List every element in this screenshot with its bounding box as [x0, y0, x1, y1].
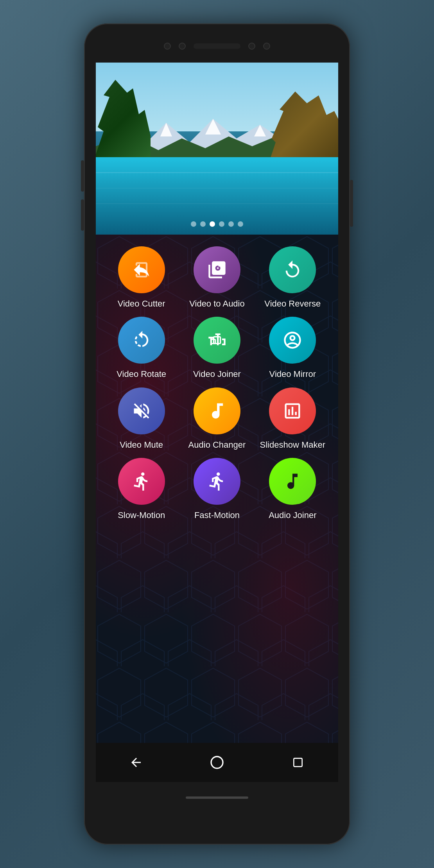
video-reverse-icon [282, 260, 303, 280]
audio-changer-icon [207, 401, 227, 421]
hero-banner[interactable] [96, 63, 338, 235]
video-to-audio-icon [207, 260, 227, 280]
video-rotate-icon-bg [118, 317, 165, 364]
carousel-dot-1[interactable] [200, 221, 206, 227]
navigation-bar [96, 743, 338, 782]
audio-changer-label: Audio Changer [188, 440, 246, 450]
phone-shell: Video Cutter Video to Audio [84, 23, 350, 845]
video-mute-icon-bg [118, 387, 165, 434]
slow-motion-icon [131, 471, 152, 491]
nav-home-icon [209, 755, 225, 770]
video-mute-icon [131, 401, 152, 421]
audio-joiner-icon-bg [269, 458, 316, 505]
audio-changer-icon-bg [194, 387, 240, 434]
audio-joiner-icon [282, 471, 303, 491]
slow-motion-icon-bg [118, 458, 165, 505]
video-cutter-label: Video Cutter [118, 299, 165, 309]
app-video-mute[interactable]: Video Mute [104, 387, 179, 450]
svg-rect-17 [294, 758, 302, 766]
app-audio-joiner[interactable]: Audio Joiner [255, 458, 330, 520]
audio-joiner-label: Audio Joiner [269, 510, 316, 520]
volume-down-button[interactable] [81, 199, 84, 231]
carousel-dot-3[interactable] [219, 221, 224, 227]
app-video-rotate[interactable]: Video Rotate [104, 317, 179, 379]
app-video-cutter[interactable]: Video Cutter [104, 246, 179, 309]
app-slow-motion[interactable]: Slow-Motion [104, 458, 179, 520]
phone-top-bar [84, 23, 350, 63]
fast-motion-icon-bg [194, 458, 240, 505]
carousel-dot-2[interactable] [210, 221, 215, 227]
volume-up-button[interactable] [81, 160, 84, 192]
speaker-bar [194, 43, 240, 49]
sensor-dot-2 [248, 43, 255, 50]
video-mirror-icon-bg [269, 317, 316, 364]
video-to-audio-icon-bg [194, 246, 240, 293]
home-indicator [186, 796, 248, 799]
nav-back-icon [129, 755, 143, 769]
power-button[interactable] [350, 180, 353, 227]
video-mirror-icon [282, 330, 303, 350]
video-rotate-label: Video Rotate [117, 369, 166, 379]
sensor-dot [179, 43, 186, 50]
video-joiner-icon-bg [194, 317, 240, 364]
phone-screen: Video Cutter Video to Audio [96, 63, 338, 782]
video-cutter-icon-bg [118, 246, 165, 293]
video-cutter-icon [131, 260, 152, 280]
carousel-dot-4[interactable] [228, 221, 234, 227]
slideshow-maker-icon-bg [269, 387, 316, 434]
app-video-to-audio[interactable]: Video to Audio [179, 246, 255, 309]
nav-home-button[interactable] [205, 751, 229, 774]
video-to-audio-label: Video to Audio [189, 299, 245, 309]
app-video-joiner[interactable]: Video Joiner [179, 317, 255, 379]
fast-motion-label: Fast-Motion [194, 510, 240, 520]
apps-grid: Video Cutter Video to Audio [96, 235, 338, 529]
svg-point-16 [211, 757, 223, 768]
app-audio-changer[interactable]: Audio Changer [179, 387, 255, 450]
video-mute-label: Video Mute [120, 440, 163, 450]
carousel-dots [191, 221, 243, 227]
app-fast-motion[interactable]: Fast-Motion [179, 458, 255, 520]
video-joiner-icon [207, 330, 227, 350]
phone-bottom [186, 782, 248, 813]
carousel-dot-5[interactable] [238, 221, 243, 227]
app-slideshow-maker[interactable]: Slideshow Maker [255, 387, 330, 450]
nav-recent-icon [292, 756, 304, 769]
video-reverse-icon-bg [269, 246, 316, 293]
slow-motion-label: Slow-Motion [118, 510, 165, 520]
fast-motion-icon [207, 471, 227, 491]
video-rotate-icon [131, 330, 152, 350]
video-reverse-label: Video Reverse [264, 299, 321, 309]
nav-back-button[interactable] [124, 751, 148, 774]
apps-grid-area: Video Cutter Video to Audio [96, 235, 338, 743]
front-camera-2 [263, 43, 270, 50]
app-video-mirror[interactable]: Video Mirror [255, 317, 330, 379]
video-mirror-label: Video Mirror [269, 369, 316, 379]
app-video-reverse[interactable]: Video Reverse [255, 246, 330, 309]
nav-recent-button[interactable] [286, 751, 310, 774]
hero-landscape [96, 63, 338, 235]
carousel-dot-0[interactable] [191, 221, 196, 227]
front-camera [164, 43, 171, 50]
slideshow-maker-label: Slideshow Maker [260, 440, 326, 450]
video-joiner-label: Video Joiner [193, 369, 241, 379]
slideshow-maker-icon [282, 401, 303, 421]
